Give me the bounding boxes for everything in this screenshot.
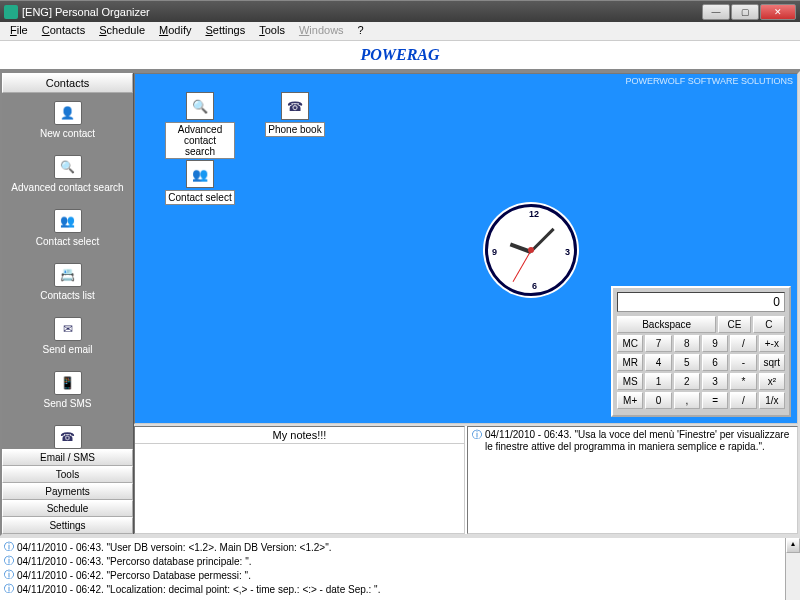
desktop-icon-advanced-contact-search[interactable]: 🔍Advanced contact search xyxy=(165,92,235,159)
menu-windows[interactable]: Windows xyxy=(293,22,350,40)
notes-title: My notes!!! xyxy=(135,427,464,444)
calc-btn[interactable]: 5 xyxy=(674,354,700,371)
sidebar-item-label: New contact xyxy=(4,128,131,139)
sidebar-icon: ☎ xyxy=(54,425,82,449)
calc-btn[interactable]: 8 xyxy=(674,335,700,352)
sidebar-button-payments[interactable]: Payments xyxy=(2,483,133,500)
sidebar-item-label: Send email xyxy=(4,344,131,355)
calc-btn-c[interactable]: C xyxy=(753,316,785,333)
calc-btn[interactable]: 3 xyxy=(702,373,728,390)
desktop-icon-phone-book[interactable]: ☎Phone book xyxy=(260,92,330,137)
sidebar-item-label: Advanced contact search xyxy=(4,182,131,193)
log-scrollbar[interactable]: ▴ xyxy=(785,538,800,600)
calc-btn[interactable]: 1 xyxy=(645,373,671,390)
menu-bar: FileContactsScheduleModifySettingsToolsW… xyxy=(0,22,800,41)
desktop-icon-label: Advanced contact search xyxy=(165,122,235,159)
window-title: [ENG] Personal Organizer xyxy=(22,6,702,18)
calc-btn[interactable]: 9 xyxy=(702,335,728,352)
log-line: ⓘ04/11/2010 - 06:42. "Percorso Database … xyxy=(4,568,796,582)
calc-btn[interactable]: 2 xyxy=(674,373,700,390)
desktop-icon-contact-select[interactable]: 👥Contact select xyxy=(165,160,235,205)
calc-btn[interactable]: - xyxy=(730,354,756,371)
calc-btn[interactable]: MS xyxy=(617,373,643,390)
sidebar-icon: 👥 xyxy=(54,209,82,233)
info-icon: ⓘ xyxy=(4,554,14,568)
sidebar-item-label: Contacts list xyxy=(4,290,131,301)
calc-display: 0 xyxy=(617,292,785,312)
info-icon: ⓘ xyxy=(4,540,14,554)
app-icon xyxy=(4,5,18,19)
brand-bar: POWERAG xyxy=(0,41,800,71)
menu-settings[interactable]: Settings xyxy=(199,22,251,40)
calc-btn[interactable]: sqrt xyxy=(759,354,785,371)
sidebar-item-new-contact[interactable]: 👤New contact xyxy=(2,93,133,147)
calc-btn[interactable]: 1/x xyxy=(759,392,785,409)
calc-btn[interactable]: = xyxy=(702,392,728,409)
calc-btn[interactable]: M+ xyxy=(617,392,643,409)
menu-tools[interactable]: Tools xyxy=(253,22,291,40)
menu-contacts[interactable]: Contacts xyxy=(36,22,91,40)
notes-panel: My notes!!! xyxy=(134,426,465,534)
menu-schedule[interactable]: Schedule xyxy=(93,22,151,40)
brand-title: POWERAG xyxy=(360,46,439,64)
desktop-icon-label: Contact select xyxy=(165,190,234,205)
desktop-icon-glyph: 👥 xyxy=(186,160,214,188)
sidebar-item-send-sms[interactable]: 📱Send SMS xyxy=(2,363,133,417)
sidebar-item-send-email[interactable]: ✉Send email xyxy=(2,309,133,363)
sidebar-button-email-sms[interactable]: Email / SMS xyxy=(2,449,133,466)
sidebar-icon: 👤 xyxy=(54,101,82,125)
info-panel: ⓘ04/11/2010 - 06:43. "Usa la voce del me… xyxy=(467,426,798,534)
menu-?[interactable]: ? xyxy=(352,22,370,40)
calc-btn[interactable]: 0 xyxy=(645,392,671,409)
calc-btn[interactable]: x² xyxy=(759,373,785,390)
calc-btn[interactable]: MR xyxy=(617,354,643,371)
sidebar-item-contact-select[interactable]: 👥Contact select xyxy=(2,201,133,255)
calculator: 0 BackspaceCEC MC789/+-xMR456-sqrtMS123*… xyxy=(611,286,791,417)
calc-btn[interactable]: 7 xyxy=(645,335,671,352)
info-icon: ⓘ xyxy=(4,582,14,596)
minimize-button[interactable]: — xyxy=(702,4,730,20)
sidebar-button-settings[interactable]: Settings xyxy=(2,517,133,534)
sidebar-button-tools[interactable]: Tools xyxy=(2,466,133,483)
window-titlebar: [ENG] Personal Organizer — ▢ ✕ xyxy=(0,0,800,22)
sidebar-icon: ✉ xyxy=(54,317,82,341)
calc-btn-ce[interactable]: CE xyxy=(718,316,750,333)
calc-btn[interactable]: / xyxy=(730,392,756,409)
calc-btn-backspace[interactable]: Backspace xyxy=(617,316,716,333)
calc-btn[interactable]: * xyxy=(730,373,756,390)
sidebar-button-schedule[interactable]: Schedule xyxy=(2,500,133,517)
calc-btn[interactable]: 4 xyxy=(645,354,671,371)
menu-modify[interactable]: Modify xyxy=(153,22,197,40)
maximize-button[interactable]: ▢ xyxy=(731,4,759,20)
calc-btn[interactable]: MC xyxy=(617,335,643,352)
log-panel: ⓘ04/11/2010 - 06:43. "User DB versoin: <… xyxy=(0,536,800,600)
menu-file[interactable]: File xyxy=(4,22,34,40)
sidebar: Contacts 👤New contact🔍Advanced contact s… xyxy=(2,73,134,534)
vendor-tag: POWERWOLF SOFTWARE SOLUTIONS xyxy=(625,76,793,86)
desktop-icon-glyph: ☎ xyxy=(281,92,309,120)
calc-btn[interactable]: , xyxy=(674,392,700,409)
desktop-area: POWERWOLF SOFTWARE SOLUTIONS 🔍Advanced c… xyxy=(134,73,798,424)
sidebar-item-advanced-contact-search[interactable]: 🔍Advanced contact search xyxy=(2,147,133,201)
sidebar-icon: 📇 xyxy=(54,263,82,287)
sidebar-item-label: Contact select xyxy=(4,236,131,247)
analog-clock: 12 3 6 9 xyxy=(485,204,577,296)
sidebar-header[interactable]: Contacts xyxy=(2,73,133,93)
calc-btn[interactable]: / xyxy=(730,335,756,352)
desktop-icon-label: Phone book xyxy=(265,122,324,137)
info-text: 04/11/2010 - 06:43. "Usa la voce del men… xyxy=(485,429,793,453)
sidebar-item-phone-book[interactable]: ☎Phone book xyxy=(2,417,133,449)
sidebar-item-contacts-list[interactable]: 📇Contacts list xyxy=(2,255,133,309)
log-line: ⓘ04/11/2010 - 06:42. "Localization: deci… xyxy=(4,582,796,596)
sidebar-item-label: Send SMS xyxy=(4,398,131,409)
log-line: ⓘ04/11/2010 - 06:43. "User DB versoin: <… xyxy=(4,540,796,554)
info-icon: ⓘ xyxy=(4,568,14,582)
sidebar-icon: 🔍 xyxy=(54,155,82,179)
log-line: ⓘ04/11/2010 - 06:43. "Percorso database … xyxy=(4,554,796,568)
close-button[interactable]: ✕ xyxy=(760,4,796,20)
calc-btn[interactable]: 6 xyxy=(702,354,728,371)
notes-body[interactable] xyxy=(135,444,464,533)
calc-btn[interactable]: +-x xyxy=(759,335,785,352)
info-icon: ⓘ xyxy=(472,429,482,441)
desktop-icon-glyph: 🔍 xyxy=(186,92,214,120)
